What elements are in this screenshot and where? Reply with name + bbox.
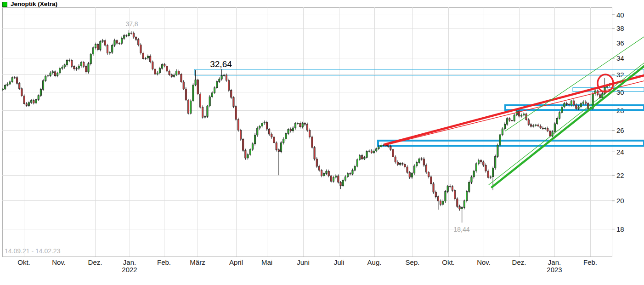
candle-body-up [497,145,498,156]
candle-body-down [226,75,227,80]
candle-body-up [533,125,534,126]
stock-chart-window: Jenoptik (Xetra) 40383634323028262422201… [0,0,644,285]
candle-body-up [145,58,146,58]
candle-body-up [207,106,208,116]
candle-body-down [340,182,341,186]
candle-body-down [169,71,170,75]
candle-body-up [295,123,296,128]
candle-body-up [80,62,82,66]
candle-body-up [157,73,158,74]
candle-body-up [121,38,122,43]
candle-body-up [28,103,29,106]
candle-body-down [187,100,189,114]
candle-body-up [35,99,37,103]
candle-body-up [88,63,89,72]
chart-legend: Jenoptik (Xetra) [2,1,57,7]
y-axis-tick-label: 26 [616,126,624,134]
candle-body-down [511,120,513,121]
candle-body-up [492,168,493,177]
candle-body-up [176,71,177,75]
candle-body-up [442,201,444,204]
candle-body-up [561,107,563,113]
candle-body-down [126,35,127,36]
candle-body-up [502,129,503,135]
candle-body-down [178,71,180,74]
candle-body-down [19,83,20,89]
candle-body-down [487,171,489,177]
candle-body-down [269,129,270,134]
candle-body-down [395,157,396,162]
candle-body-down [509,119,510,120]
plot-frame [2,7,612,256]
candle-body-down [183,82,184,89]
candle-body-down [454,190,456,199]
candle-body-down [318,166,320,170]
candle-body-down [321,170,322,176]
candle-body-up [535,125,537,125]
candle-body-down [290,129,291,131]
candle-body-up [523,114,525,115]
candle-body-down [197,80,198,94]
candle-body-up [326,171,327,173]
candle-body-down [278,150,279,152]
y-axis-tick-label: 20 [616,197,624,205]
candle-body-up [473,171,475,177]
candle-body-down [54,72,56,76]
candle-body-down [116,40,118,43]
candle-body-down [133,33,134,37]
x-axis-month-label: Aug. [367,258,382,266]
candle-body-up [414,166,415,173]
candle-body-down [299,123,301,127]
candle-body-up [399,163,401,164]
candle-body-down [330,176,332,182]
candlestick-chart-canvas[interactable]: 403836343230282624222018Okt.Nov.Dez.Jan.… [0,0,644,285]
candle-body-up [554,124,555,131]
candle-body-down [452,187,453,191]
candle-body-down [540,126,541,128]
candle-body-up [514,115,515,121]
candle-body-up [173,75,175,76]
candle-body-down [314,148,315,159]
candle-body-down [423,159,424,165]
candle-body-up [354,166,356,171]
candle-body-up [64,65,65,67]
candle-body-up [42,80,44,89]
candle-body-up [280,142,282,151]
candle-body-down [390,146,391,149]
candle-body-up [161,64,163,68]
candle-body-up [302,123,303,127]
candle-body-up [76,68,77,69]
candle-body-down [85,66,87,72]
candle-body-down [245,150,246,158]
candle-body-up [373,151,374,153]
candle-body-up [195,80,196,85]
candle-body-up [95,44,96,47]
candle-body-down [154,69,156,74]
candle-body-down [433,184,434,192]
candle-body-up [9,82,11,84]
x-axis-month-label: Nov. [52,258,66,266]
candle-body-down [83,62,85,66]
x-axis-month-label: Dez. [88,258,102,266]
candle-body-up [499,135,501,145]
candle-body-up [114,40,115,46]
candle-body-up [11,78,13,82]
candle-body-down [421,159,422,159]
candle-body-down [233,97,234,107]
candle-body-up [495,156,496,168]
candle-body-up [223,75,225,75]
candle-body-up [5,85,6,89]
candle-body-down [142,53,144,58]
candle-body-down [33,101,34,103]
candle-body-down [26,104,27,106]
candle-body-up [504,124,505,129]
candle-body-down [304,123,305,124]
candle-body-up [368,151,370,151]
y-axis-tick-label: 22 [616,171,624,179]
candle-body-up [264,122,265,123]
candle-body-up [252,144,253,149]
x-axis-month-label: Dez. [512,258,526,266]
candle-body-down [547,128,548,131]
candle-body-up [356,160,358,166]
candle-body-up [261,123,263,126]
